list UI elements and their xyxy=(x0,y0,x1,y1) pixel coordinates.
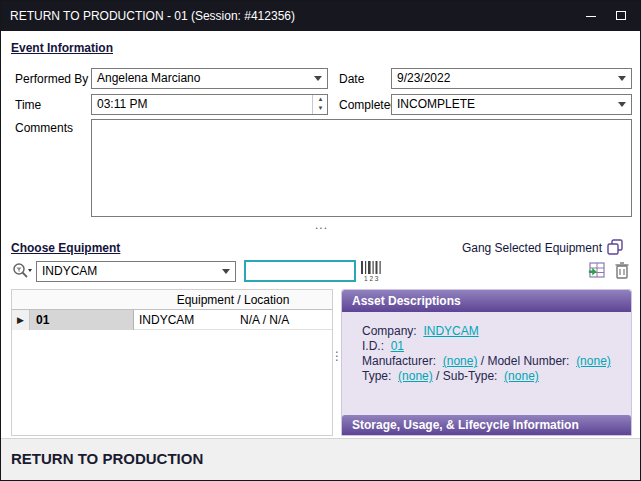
company-filter-combobox[interactable]: INDYCAM xyxy=(36,261,236,282)
gang-selected-equipment-label: Gang Selected Equipment xyxy=(462,241,602,255)
completed-label: Completed xyxy=(339,98,397,112)
row-location-cell[interactable]: N/A / N/A xyxy=(240,310,289,330)
type-label: Type: xyxy=(362,369,391,383)
svg-text:1 2 3: 1 2 3 xyxy=(364,275,379,282)
delete-trash-icon[interactable] xyxy=(614,261,630,280)
subtype-link[interactable]: (none) xyxy=(504,369,539,383)
company-filter-value: INDYCAM xyxy=(42,264,97,278)
asset-descriptions-body: Company: INDYCAM I.D.: 01 Manufacturer: … xyxy=(342,312,631,384)
spin-up-icon[interactable]: ▲ xyxy=(313,95,328,104)
add-to-grid-icon[interactable] xyxy=(586,261,606,280)
barcode-scan-input[interactable] xyxy=(244,260,356,282)
choose-equipment-header: Choose Equipment xyxy=(11,241,120,255)
date-value: 9/23/2022 xyxy=(397,71,450,85)
manufacturer-link[interactable]: (none) xyxy=(443,354,478,368)
row-selector-icon[interactable]: ▶ xyxy=(12,310,30,330)
maximize-icon xyxy=(616,11,626,20)
spin-down-icon[interactable]: ▼ xyxy=(313,104,328,113)
completed-combobox[interactable]: INCOMPLETE xyxy=(391,94,632,115)
comments-label: Comments xyxy=(15,121,73,135)
company-label: Company: xyxy=(362,324,417,338)
chevron-down-icon xyxy=(314,76,322,81)
date-combobox[interactable]: 9/23/2022 xyxy=(391,68,632,89)
comments-resize-handle[interactable]: ... xyxy=(315,218,328,232)
window-title: RETURN TO PRODUCTION - 01 (Session: #412… xyxy=(10,9,295,23)
equipment-location-column-header: Equipment / Location xyxy=(134,290,332,310)
gang-equipment-icon[interactable] xyxy=(607,239,624,256)
asset-descriptions-header: Asset Descriptions xyxy=(342,290,631,312)
model-number-label: / Model Number: xyxy=(481,354,570,368)
date-label: Date xyxy=(339,72,364,86)
search-filter-icon[interactable] xyxy=(11,262,33,280)
completed-value: INCOMPLETE xyxy=(397,97,475,111)
performed-by-value: Angelena Marciano xyxy=(97,71,200,85)
time-spin-buttons: ▲ ▼ xyxy=(312,95,327,114)
type-link[interactable]: (none) xyxy=(398,369,433,383)
manufacturer-label: Manufacturer: xyxy=(362,354,436,368)
time-spinner[interactable]: 03:11 PM ▲ ▼ xyxy=(91,94,328,115)
barcode-icon: 1 2 3 xyxy=(360,260,384,282)
maximize-button[interactable] xyxy=(606,1,636,31)
subtype-label: / Sub-Type: xyxy=(436,369,497,383)
minimize-button[interactable] xyxy=(576,1,606,31)
page-title: RETURN TO PRODUCTION xyxy=(11,450,203,467)
footer-bar: RETURN TO PRODUCTION < Back Finish ⌄ Can… xyxy=(1,438,640,481)
time-label: Time xyxy=(15,98,41,112)
time-value: 03:11 PM xyxy=(97,97,147,111)
id-link[interactable]: 01 xyxy=(391,339,404,353)
id-label: I.D.: xyxy=(362,339,384,353)
event-information-header: Event Information xyxy=(11,41,113,55)
table-row[interactable]: ▶ 01 INDYCAM N/A / N/A xyxy=(12,310,332,330)
company-link[interactable]: INDYCAM xyxy=(423,324,478,338)
equipment-table: Equipment / Location ▶ 01 INDYCAM N/A / … xyxy=(11,289,333,436)
performed-by-combobox[interactable]: Angelena Marciano xyxy=(91,68,328,89)
title-bar: RETURN TO PRODUCTION - 01 (Session: #412… xyxy=(1,1,640,31)
chevron-down-icon xyxy=(222,269,230,274)
row-company-cell[interactable]: INDYCAM xyxy=(139,310,239,330)
storage-usage-lifecycle-header[interactable]: Storage, Usage, & Lifecycle Information xyxy=(342,415,631,435)
equipment-table-header: Equipment / Location xyxy=(12,290,332,310)
row-id-cell[interactable]: 01 xyxy=(30,310,134,330)
asset-descriptions-panel: Asset Descriptions Company: INDYCAM I.D.… xyxy=(341,289,632,436)
comments-textarea[interactable] xyxy=(91,119,632,217)
performed-by-label: Performed By xyxy=(15,72,88,86)
dialog-window: RETURN TO PRODUCTION - 01 (Session: #412… xyxy=(0,0,641,481)
model-number-link[interactable]: (none) xyxy=(576,354,611,368)
chevron-down-icon xyxy=(618,76,626,81)
chevron-down-icon xyxy=(618,102,626,107)
minimize-icon xyxy=(586,16,596,17)
